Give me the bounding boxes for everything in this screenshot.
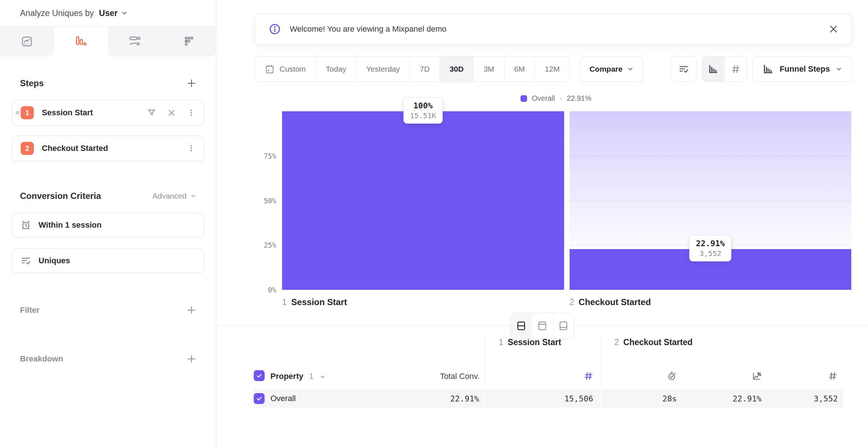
drag-handle-icon[interactable] (15, 110, 20, 115)
alarm-clock-icon (20, 220, 31, 231)
info-icon (269, 23, 281, 35)
filter-icon[interactable] (147, 108, 156, 117)
tab-flows[interactable] (108, 27, 162, 56)
y-axis: 75% 50% 25% 0% (254, 111, 282, 290)
absolute-view-option[interactable] (724, 57, 747, 81)
date-range-control: Custom Today Yesterday 7D 30D 3M 6M 12M (254, 56, 570, 82)
x-label-step2: 2Checkout Started (570, 297, 852, 307)
legend-value: 22.91% (567, 94, 591, 103)
kebab-menu-icon[interactable] (187, 144, 196, 153)
remove-step-icon[interactable] (167, 108, 176, 117)
tab-funnels[interactable] (54, 27, 108, 56)
banner-message: Welcome! You are viewing a Mixpanel demo (290, 24, 446, 34)
time-to-convert-metric-header[interactable] (601, 357, 683, 386)
layout-bottom-band-icon (558, 320, 569, 331)
value-display-control (702, 56, 747, 82)
date-option-label: 30D (450, 65, 464, 73)
conversion-chart-icon (751, 371, 761, 381)
tab-insights[interactable] (0, 27, 54, 56)
conversion-window-card[interactable]: Within 1 session (12, 213, 204, 237)
steps-title: Steps (20, 78, 44, 88)
tab-retention[interactable] (162, 27, 216, 56)
chart-view-selector[interactable]: Funnel Steps (752, 56, 852, 82)
sidebar-body: Steps 1 Session Start (0, 56, 216, 448)
tooltip-percent: 22.91% (696, 239, 725, 248)
step2-count-metric-header[interactable] (768, 357, 843, 386)
property-label[interactable]: Property (270, 372, 303, 381)
advanced-dropdown[interactable]: Advanced (153, 192, 197, 200)
total-conv-header[interactable]: Total Conv. (371, 357, 486, 386)
funnel-chart: 75% 50% 25% 0% 100% 15.51K (254, 111, 851, 290)
conv-rate-metric-header[interactable] (683, 357, 768, 386)
date-option-3m[interactable]: 3M (474, 57, 504, 81)
select-all-checkbox[interactable] (254, 370, 265, 381)
chevron-down-icon[interactable] (320, 374, 326, 381)
step-card-2[interactable]: 2 Checkout Started (12, 136, 204, 161)
group-number: 2 (614, 337, 619, 347)
row-time-to-convert: 28s (601, 389, 683, 408)
compare-button[interactable]: Compare (580, 56, 643, 82)
chevron-down-icon (121, 9, 128, 17)
bar-chart-icon (708, 64, 719, 75)
date-option-30d[interactable]: 30D (440, 57, 474, 81)
funnel-lost-region (570, 111, 852, 249)
legend-swatch (521, 95, 527, 102)
layout-bottom-band-option[interactable] (553, 313, 574, 339)
group-name: Checkout Started (623, 337, 692, 347)
date-option-yesterday[interactable]: Yesterday (356, 57, 410, 81)
date-option-12m[interactable]: 12M (535, 57, 570, 81)
layout-split-equal-option[interactable] (511, 313, 532, 339)
date-option-label: 7D (420, 65, 430, 73)
sidebar: Analyze Uniques by User (0, 0, 216, 448)
y-tick: 0% (268, 286, 276, 294)
conversion-window-label: Within 1 session (39, 220, 101, 230)
funnel-column-step1: 100% 15.51K (282, 111, 564, 290)
add-filter-button[interactable] (186, 305, 197, 315)
group-header-step2: 2Checkout Started (601, 337, 843, 357)
add-step-button[interactable] (186, 78, 197, 88)
date-option-label: Yesterday (366, 65, 400, 73)
layout-switcher (510, 313, 574, 339)
add-breakdown-button[interactable] (186, 354, 197, 364)
advanced-label: Advanced (153, 192, 186, 200)
step-number: 1 (282, 297, 287, 307)
step-card-1[interactable]: 1 Session Start (12, 100, 204, 125)
step-number-badge: 1 (21, 106, 34, 119)
date-option-custom[interactable]: Custom (255, 57, 316, 81)
date-option-label: 6M (514, 65, 525, 73)
date-option-7d[interactable]: 7D (410, 57, 440, 81)
layout-top-band-option[interactable] (532, 313, 553, 339)
step1-count-metric-header[interactable] (486, 357, 601, 386)
percent-view-option[interactable] (702, 57, 724, 81)
list-check-icon (678, 64, 689, 75)
date-option-label: 12M (545, 65, 560, 73)
funnel-analysis-app: Analyze Uniques by User (0, 0, 868, 448)
row-checkbox[interactable] (254, 393, 265, 404)
main-panel: Welcome! You are viewing a Mixpanel demo… (216, 0, 868, 448)
kebab-menu-icon[interactable] (187, 108, 196, 117)
analyze-entity-selector[interactable]: User (99, 8, 128, 18)
tooltip-percent: 100% (410, 101, 436, 110)
uniques-toggle-button[interactable] (671, 56, 696, 82)
funnel-bar-step1[interactable] (282, 111, 564, 290)
row-label: Overall (270, 394, 296, 403)
row-conv-rate: 22.91% (683, 389, 768, 408)
counting-method-card[interactable]: Uniques (12, 248, 204, 273)
chevron-down-icon (836, 66, 842, 72)
y-tick: 50% (264, 197, 276, 205)
legend-series-label: Overall (532, 94, 555, 103)
property-header: Property 1 (254, 357, 371, 386)
table-row-overall[interactable]: Overall 22.91% 15,506 28s 22.91% 3,552 (254, 389, 843, 408)
layout-top-band-icon (537, 320, 548, 331)
step-name: Session Start (291, 297, 347, 307)
analyze-prefix-label: Analyze Uniques by (20, 8, 94, 18)
legend-item-overall[interactable]: Overall · 22.91% (216, 94, 868, 103)
hash-icon (828, 371, 838, 381)
analyze-header: Analyze Uniques by User (0, 0, 216, 27)
date-option-today[interactable]: Today (316, 57, 356, 81)
date-option-6m[interactable]: 6M (505, 57, 535, 81)
analyze-entity-value: User (99, 8, 117, 18)
property-number: 1 (309, 372, 313, 381)
y-tick: 75% (264, 152, 276, 160)
close-icon[interactable] (828, 24, 839, 34)
